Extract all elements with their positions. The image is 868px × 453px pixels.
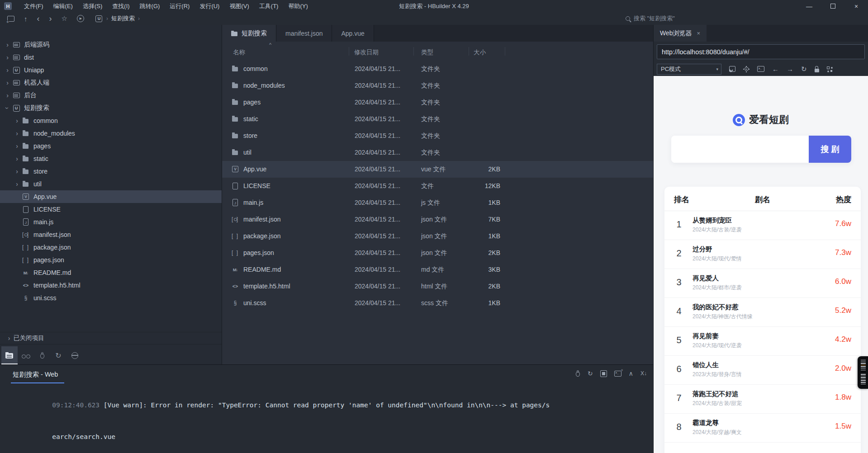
qr-code-button[interactable] <box>827 66 832 72</box>
column-divider[interactable] <box>505 47 505 56</box>
url-input[interactable]: http://localhost:8080/duanju/#/ <box>657 44 865 59</box>
tree-item[interactable]: uni.scss <box>0 292 222 304</box>
tree-item[interactable]: Uniapp <box>0 64 222 76</box>
chevron-icon[interactable] <box>4 79 11 86</box>
menu-item[interactable]: 运行(R) <box>165 0 194 12</box>
tree-item[interactable]: pages.json <box>0 254 222 266</box>
chevron-icon[interactable] <box>4 66 11 74</box>
tree-item[interactable]: README.md <box>0 266 222 279</box>
chevron-icon[interactable] <box>4 41 11 48</box>
chevron-icon[interactable] <box>13 155 21 162</box>
file-row[interactable]: package.json 2024/04/15 21... json 文件 1K… <box>222 228 653 245</box>
tree-item[interactable]: LICENSE <box>0 203 222 216</box>
tree-item[interactable]: pages <box>0 140 222 152</box>
file-row[interactable]: LICENSE 2024/04/15 21... 文件 12KB <box>222 178 653 194</box>
back-button[interactable]: ‹ <box>37 12 40 25</box>
menu-item[interactable]: 视图(V) <box>224 0 254 12</box>
column-size[interactable]: 大小 <box>474 48 486 57</box>
console-stop-button[interactable] <box>600 370 607 377</box>
tree-item[interactable]: store <box>0 165 222 178</box>
nav-back-button[interactable]: ← <box>772 65 779 73</box>
file-row[interactable]: node_modules 2024/04/15 21... 文件夹 <box>222 77 653 94</box>
bookmark-button[interactable]: ☆ <box>62 12 67 25</box>
forward-button[interactable]: › <box>49 12 52 25</box>
tree-item[interactable]: package.json <box>0 241 222 254</box>
file-row[interactable]: static 2024/04/15 21... 文件夹 <box>222 111 653 127</box>
tree-item[interactable]: dist <box>0 51 222 64</box>
file-row[interactable]: uni.scss 2024/04/15 21... scss 文件 1KB <box>222 295 653 311</box>
console-restart-button[interactable]: ↻ <box>588 370 593 377</box>
floating-scroll-widget[interactable] <box>858 356 868 389</box>
tree-item[interactable]: template.h5.html <box>0 279 222 292</box>
device-mode-select[interactable]: PC模式 ▾ <box>657 64 721 75</box>
up-button[interactable]: ↑ <box>24 12 28 25</box>
preview-tab[interactable]: Web浏览器 × <box>654 25 707 42</box>
ranking-item[interactable]: 4 我的医妃不好惹 2024/大陆/神医/古代情缘 5.2w <box>664 298 861 327</box>
close-icon[interactable]: × <box>697 30 701 37</box>
chevron-icon[interactable] <box>13 180 21 188</box>
console-debug-button[interactable] <box>575 370 580 377</box>
chevron-icon[interactable] <box>4 54 11 61</box>
lock-button[interactable] <box>815 66 819 72</box>
menu-item[interactable]: 工具(T) <box>254 0 284 12</box>
tree-item[interactable]: 短剧搜索 <box>0 102 222 114</box>
file-row[interactable]: pages.json 2024/04/15 21... json 文件 2KB <box>222 245 653 261</box>
chevron-icon[interactable] <box>4 92 11 99</box>
column-name[interactable]: 名称 <box>233 48 245 57</box>
file-row[interactable]: util 2024/04/15 21... 文件夹 <box>222 144 653 161</box>
run-button[interactable]: ▶ <box>67 12 84 25</box>
column-divider[interactable] <box>349 47 349 56</box>
restore-button[interactable] <box>821 0 844 12</box>
editor-tab[interactable]: App.vue <box>332 25 374 42</box>
chevron-icon[interactable] <box>13 142 21 150</box>
tree-item[interactable]: main.js <box>0 216 222 228</box>
closed-projects-row[interactable]: 已关闭项目 <box>0 332 222 344</box>
menu-item[interactable]: 跳转(G) <box>135 0 165 12</box>
chevron-icon[interactable] <box>13 117 21 124</box>
ranking-item[interactable]: 8 霸道龙尊 2024/大陆/穿越/爽文 1.5w <box>664 414 861 443</box>
tree-item[interactable]: 后端源码 <box>0 38 222 51</box>
ranking-item[interactable]: 1 从赘婿到宠臣 2024/大陆/古装/逆袭 7.6w <box>664 211 861 240</box>
tree-item[interactable]: 机器人端 <box>0 76 222 89</box>
drama-search-button[interactable]: 搜 剧 <box>809 136 851 163</box>
ranking-item[interactable]: 3 再见爱人 2024/大陆/都市/逆袭 6.0w <box>664 269 861 298</box>
menu-item[interactable]: 选择(S) <box>78 0 107 12</box>
ranking-item[interactable]: 7 落跑王妃不好追 2024/大陆/古装/甜宠 1.8w <box>664 385 861 414</box>
editor-tab[interactable]: 短剧搜索 <box>222 25 276 42</box>
tree-item[interactable]: manifest.json <box>0 228 222 241</box>
tree-item[interactable]: util <box>0 178 222 190</box>
menu-item[interactable]: 编辑(E) <box>48 0 78 12</box>
breadcrumb-project[interactable]: 短剧搜索 <box>111 14 135 23</box>
menu-item[interactable]: 帮助(Y) <box>283 0 313 12</box>
file-row[interactable]: common 2024/04/15 21... 文件夹 <box>222 61 653 77</box>
file-row[interactable]: main.js 2024/04/15 21... js 文件 1KB <box>222 194 653 211</box>
file-row[interactable]: store 2024/04/15 21... 文件夹 <box>222 127 653 144</box>
tree-item[interactable]: static <box>0 152 222 165</box>
close-button[interactable]: × <box>844 0 868 12</box>
minimize-button[interactable]: — <box>797 0 821 12</box>
tree-item[interactable]: node_modules <box>0 127 222 140</box>
files-panel-tab[interactable] <box>1 346 18 364</box>
column-divider[interactable] <box>469 47 469 56</box>
column-date[interactable]: 修改日期 <box>354 48 379 57</box>
file-row[interactable]: pages 2024/04/15 21... 文件夹 <box>222 94 653 111</box>
menu-item[interactable]: 发行(U) <box>194 0 224 12</box>
drama-search-input[interactable] <box>671 136 809 163</box>
tree-item[interactable]: 后台 <box>0 89 222 102</box>
refresh-button[interactable]: ↻ <box>801 65 807 73</box>
ranking-item[interactable]: 5 再见前妻 2024/大陆/现代/逆袭 4.2w <box>664 327 861 356</box>
tree-item[interactable]: common <box>0 114 222 127</box>
global-search[interactable]: 搜索 "短剧搜索" <box>626 12 675 25</box>
editor-tab[interactable]: manifest.json <box>276 25 332 42</box>
console-collapse-button[interactable]: ∧ <box>629 370 633 377</box>
console-new-terminal-button[interactable] <box>614 371 621 377</box>
web-panel-tab[interactable] <box>66 346 83 364</box>
nav-forward-button[interactable]: → <box>787 65 793 73</box>
open-external-button[interactable] <box>729 66 735 72</box>
debug-panel-tab[interactable] <box>34 346 50 364</box>
column-divider[interactable] <box>413 47 414 56</box>
column-type[interactable]: 类型 <box>421 48 433 57</box>
tree-item[interactable]: App.vue <box>0 190 222 203</box>
file-row[interactable]: template.h5.html 2024/04/15 21... html 文… <box>222 278 653 295</box>
console-clear-button[interactable]: X↓ <box>640 370 647 377</box>
